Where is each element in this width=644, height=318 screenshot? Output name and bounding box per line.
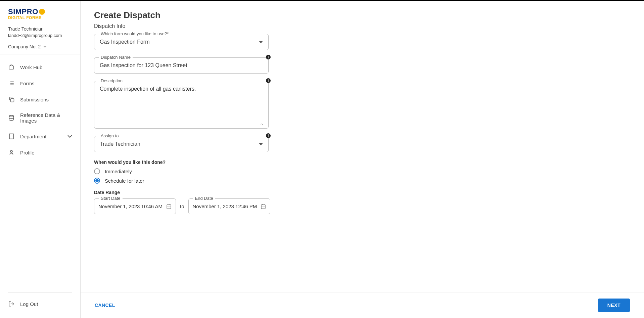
field-label: Description <box>99 78 125 83</box>
field-start-date: Start Date November 1, 2023 10:46 AM <box>94 198 176 214</box>
info-icon[interactable]: i <box>266 55 271 59</box>
chevron-down-icon <box>67 135 72 138</box>
radio-label: Immediately <box>105 169 132 174</box>
person-icon <box>8 149 15 156</box>
logo-main: SIMPRO <box>8 7 72 16</box>
company-label: Company No. 2 <box>8 44 41 49</box>
page-title: Create Dispatch <box>94 10 631 20</box>
svg-rect-9 <box>9 134 13 139</box>
sidebar-item-logout[interactable]: Log Out <box>0 296 80 312</box>
field-label: Assign to <box>99 133 121 138</box>
sidebar-item-label: Submissions <box>20 97 72 102</box>
sidebar-item-submissions[interactable]: Submissions <box>0 91 80 107</box>
field-label: End Date <box>193 196 215 201</box>
calendar-icon <box>166 204 172 209</box>
copy-icon <box>8 96 15 103</box>
start-date-value: November 1, 2023 10:46 AM <box>98 203 164 209</box>
sidebar-item-department[interactable]: Department <box>0 128 80 144</box>
svg-rect-20 <box>261 205 265 209</box>
sidebar-item-reference-data[interactable]: Reference Data & Images <box>0 107 80 128</box>
sidebar-item-label: Department <box>20 134 67 139</box>
svg-rect-0 <box>9 66 14 69</box>
divider <box>8 292 72 292</box>
sidebar-item-profile[interactable]: Profile <box>0 144 80 161</box>
building-icon <box>8 133 15 140</box>
radio-label: Schedule for later <box>105 178 144 184</box>
radio-schedule-later[interactable]: Schedule for later <box>94 178 631 184</box>
date-range-row: Start Date November 1, 2023 10:46 AM to … <box>94 198 631 214</box>
sidebar-item-forms[interactable]: Forms <box>0 75 80 91</box>
chevron-down-icon <box>43 46 47 48</box>
sidebar-item-label: Work Hub <box>20 64 72 70</box>
svg-point-14 <box>10 150 12 152</box>
logo-sub: DIGITAL FORMS <box>8 15 72 20</box>
form-select[interactable]: Gas Inspection Form <box>94 34 269 50</box>
field-which-form: Which form would you like to use?* Gas I… <box>94 34 269 50</box>
next-button[interactable]: NEXT <box>598 299 630 312</box>
user-block: Trade Technician landd+2@simprogroup.com <box>0 24 80 44</box>
date-range-label: Date Range <box>94 190 631 195</box>
field-end-date: End Date November 1, 2023 12:46 PM <box>188 198 270 214</box>
field-assign-to: i Assign to Trade Technician <box>94 136 269 152</box>
field-description: i Description <box>94 81 269 129</box>
section-label: Dispatch Info <box>94 23 631 29</box>
sidebar: SIMPRO DIGITAL FORMS Trade Technician la… <box>0 1 81 318</box>
info-icon[interactable]: i <box>266 133 271 138</box>
footer: CANCEL NEXT <box>81 292 644 318</box>
logo-text: SIMPRO <box>8 7 38 16</box>
description-textarea[interactable] <box>100 86 263 126</box>
logo-area: SIMPRO DIGITAL FORMS <box>0 7 80 24</box>
radio-icon <box>94 168 100 174</box>
user-email: landd+2@simprogroup.com <box>8 33 72 38</box>
sidebar-bottom: Log Out <box>0 289 80 318</box>
field-label: Which form would you like to use?* <box>99 31 171 36</box>
content: Create Dispatch Dispatch Info Which form… <box>81 1 644 292</box>
info-icon[interactable]: i <box>266 78 271 83</box>
field-label: Dispatch Name <box>99 55 133 60</box>
company-selector[interactable]: Company No. 2 <box>0 44 80 54</box>
cancel-button[interactable]: CANCEL <box>95 303 115 308</box>
database-icon <box>8 115 15 121</box>
svg-rect-16 <box>167 205 171 209</box>
assign-to-select[interactable]: Trade Technician <box>94 136 269 152</box>
main: Create Dispatch Dispatch Info Which form… <box>81 1 644 318</box>
sidebar-item-label: Reference Data & Images <box>20 112 72 124</box>
user-name: Trade Technician <box>8 26 72 32</box>
logout-icon <box>8 301 15 307</box>
description-textarea-wrap <box>94 81 269 129</box>
logo-star-icon <box>39 9 45 15</box>
radio-immediately[interactable]: Immediately <box>94 168 631 174</box>
sidebar-item-label: Profile <box>20 150 72 155</box>
start-date-input[interactable]: November 1, 2023 10:46 AM <box>94 198 176 214</box>
dispatch-name-input-wrap <box>94 57 269 74</box>
svg-point-8 <box>9 116 14 117</box>
field-label: Start Date <box>99 196 123 201</box>
app-root: SIMPRO DIGITAL FORMS Trade Technician la… <box>0 0 644 318</box>
briefcase-icon <box>8 64 15 71</box>
sidebar-item-label: Forms <box>20 81 72 86</box>
chevron-down-icon <box>259 143 263 145</box>
nav: Work Hub Forms Submissions Reference Dat… <box>0 54 80 289</box>
field-dispatch-name: i Dispatch Name <box>94 57 269 74</box>
sidebar-item-label: Log Out <box>20 301 72 307</box>
to-label: to <box>180 203 184 209</box>
list-icon <box>8 80 15 87</box>
when-question: When would you like this done? <box>94 160 631 165</box>
chevron-down-icon <box>259 41 263 43</box>
dispatch-name-input[interactable] <box>100 62 263 69</box>
end-date-input[interactable]: November 1, 2023 12:46 PM <box>188 198 270 214</box>
calendar-icon <box>261 204 266 209</box>
svg-rect-7 <box>11 99 14 102</box>
sidebar-item-work-hub[interactable]: Work Hub <box>0 59 80 75</box>
end-date-value: November 1, 2023 12:46 PM <box>193 203 258 209</box>
assign-to-value: Trade Technician <box>100 141 259 147</box>
form-select-value: Gas Inspection Form <box>100 39 259 45</box>
radio-icon-selected <box>94 178 100 184</box>
